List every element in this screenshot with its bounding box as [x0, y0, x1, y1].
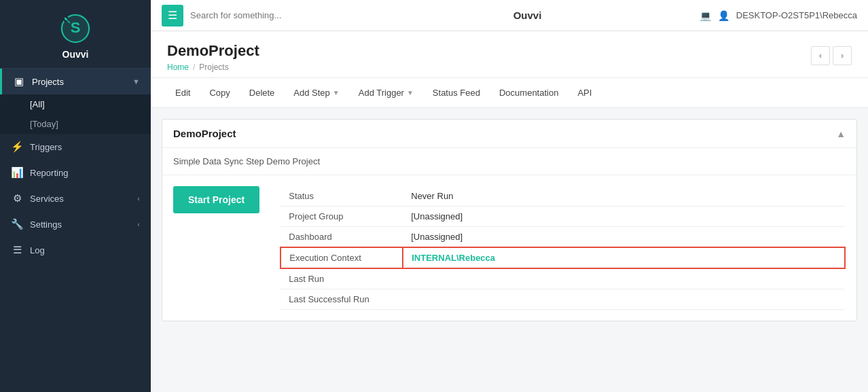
- sidebar-item-reporting[interactable]: 📊 Reporting: [0, 160, 151, 185]
- main-wrapper: ☰ Ouvvi 💻 👤 DESKTOP-O2ST5P1\Rebecca Demo…: [151, 0, 868, 392]
- sidebar: S Ouvvi ▣ Projects ▼ [All] [Today] ⚡ Tri…: [0, 0, 151, 392]
- project-card: DemoProject ▲ Simple Data Sync Step Demo…: [162, 119, 857, 321]
- sidebar-sub-all[interactable]: [All]: [0, 94, 151, 114]
- add-step-label: Add Step: [293, 88, 330, 98]
- projects-submenu: [All] [Today]: [0, 94, 151, 134]
- info-label-2: Dashboard: [281, 227, 403, 248]
- username: DESKTOP-O2ST5P1\Rebecca: [736, 10, 857, 20]
- triggers-icon: ⚡: [11, 141, 23, 153]
- sidebar-item-triggers[interactable]: ⚡ Triggers: [0, 134, 151, 160]
- start-project-button[interactable]: Start Project: [173, 186, 259, 213]
- nav-next-button[interactable]: ›: [833, 46, 852, 65]
- sidebar-sub-today[interactable]: [Today]: [0, 114, 151, 134]
- toolbar: Edit Copy Delete Add Step ▼ Add Trigger …: [151, 78, 868, 108]
- add-trigger-label: Add Trigger: [359, 88, 404, 98]
- project-card-title: DemoProject: [173, 128, 236, 139]
- info-table: StatusNever RunProject Group[Unassigned]…: [280, 186, 846, 310]
- sidebar-item-projects[interactable]: ▣ Projects ▼: [0, 69, 151, 94]
- edit-button[interactable]: Edit: [167, 84, 198, 102]
- breadcrumb: Home / Projects: [167, 63, 259, 72]
- reporting-icon: 📊: [11, 166, 23, 179]
- sidebar-item-settings-label: Settings: [30, 219, 137, 230]
- info-label-1: Project Group: [281, 207, 403, 227]
- info-label-3: Execution Context: [281, 247, 403, 268]
- user-icon: 👤: [718, 10, 729, 21]
- services-icon: ⚙: [11, 192, 23, 204]
- project-card-description: Simple Data Sync Step Demo Project: [162, 148, 856, 175]
- info-value-1: [Unassigned]: [403, 207, 845, 227]
- main: ☰ Ouvvi 💻 👤 DESKTOP-O2ST5P1\Rebecca Demo…: [151, 0, 868, 392]
- sidebar-item-reporting-label: Reporting: [30, 168, 140, 178]
- collapse-button[interactable]: ▲: [836, 128, 846, 139]
- sidebar-item-log[interactable]: ☰ Log: [0, 237, 151, 263]
- documentation-button[interactable]: Documentation: [491, 84, 566, 102]
- status-feed-button[interactable]: Status Feed: [424, 84, 488, 102]
- nav-prev-button[interactable]: ‹: [811, 46, 830, 65]
- info-value-3: INTERNAL\Rebecca: [403, 247, 845, 268]
- delete-button[interactable]: Delete: [241, 84, 283, 102]
- logo-icon: S: [59, 12, 92, 45]
- svg-text:S: S: [71, 19, 81, 36]
- page-header: DemoProject Home / Projects ‹ ›: [151, 31, 868, 78]
- projects-chevron: ▼: [132, 77, 140, 86]
- sidebar-item-services-label: Services: [30, 194, 137, 204]
- sidebar-item-projects-label: Projects: [32, 77, 132, 87]
- sidebar-item-triggers-label: Triggers: [30, 142, 140, 152]
- api-button[interactable]: API: [569, 84, 600, 102]
- add-step-button[interactable]: Add Step ▼: [285, 84, 347, 102]
- info-value-4: [403, 268, 845, 289]
- info-table-row-4: Last Run: [281, 268, 845, 289]
- info-table-row-3: Execution ContextINTERNAL\Rebecca: [281, 247, 845, 268]
- project-card-header: DemoProject ▲: [162, 120, 856, 148]
- topbar: ☰ Ouvvi 💻 👤 DESKTOP-O2ST5P1\Rebecca: [151, 0, 868, 31]
- app-title: Ouvvi: [362, 10, 693, 21]
- add-trigger-button[interactable]: Add Trigger ▼: [350, 84, 422, 102]
- monitor-icon: 💻: [700, 10, 711, 21]
- settings-chevron: ‹: [137, 220, 140, 228]
- info-label-5: Last Successful Run: [281, 289, 403, 310]
- breadcrumb-home[interactable]: Home: [167, 63, 189, 72]
- add-trigger-dropdown-arrow: ▼: [407, 89, 414, 96]
- info-value-0: Never Run: [403, 186, 845, 207]
- info-table-row-0: StatusNever Run: [281, 186, 845, 207]
- projects-icon: ▣: [13, 75, 25, 88]
- info-value-2: [Unassigned]: [403, 227, 845, 248]
- topbar-right: 💻 👤 DESKTOP-O2ST5P1\Rebecca: [700, 10, 857, 21]
- log-icon: ☰: [11, 244, 23, 256]
- info-value-5: [403, 289, 845, 310]
- copy-button[interactable]: Copy: [201, 84, 238, 102]
- breadcrumb-separator: /: [193, 63, 195, 72]
- content-area: DemoProject ▲ Simple Data Sync Step Demo…: [151, 108, 868, 392]
- menu-button[interactable]: ☰: [162, 5, 183, 26]
- add-step-dropdown-arrow: ▼: [333, 89, 340, 96]
- info-label-0: Status: [281, 186, 403, 207]
- search-input[interactable]: [190, 10, 355, 20]
- settings-icon: 🔧: [11, 218, 23, 230]
- sidebar-item-settings[interactable]: 🔧 Settings ‹: [0, 211, 151, 237]
- info-table-row-1: Project Group[Unassigned]: [281, 207, 845, 227]
- page-title: DemoProject: [167, 42, 259, 60]
- info-table-row-2: Dashboard[Unassigned]: [281, 227, 845, 248]
- project-card-body: Start Project StatusNever RunProject Gro…: [162, 175, 856, 321]
- info-label-4: Last Run: [281, 268, 403, 289]
- sidebar-item-log-label: Log: [30, 245, 140, 255]
- sidebar-item-services[interactable]: ⚙ Services ‹: [0, 185, 151, 211]
- services-chevron: ‹: [137, 194, 140, 202]
- sidebar-logo: S Ouvvi: [0, 0, 151, 69]
- breadcrumb-current: Projects: [199, 63, 228, 72]
- info-table-row-5: Last Successful Run: [281, 289, 845, 310]
- logo-name: Ouvvi: [62, 49, 89, 60]
